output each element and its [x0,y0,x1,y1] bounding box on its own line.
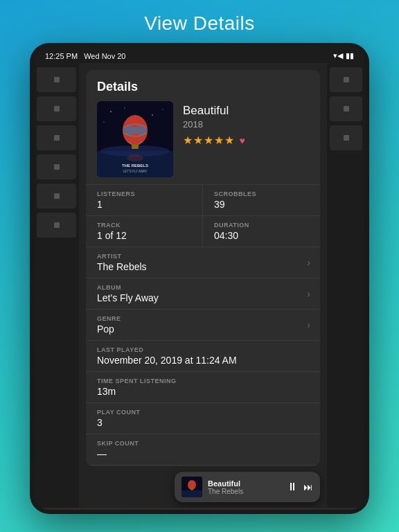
sidebar-item-1[interactable] [37,67,76,92]
stat-track-label: TRACK [97,222,191,229]
svg-rect-9 [132,144,139,149]
svg-point-6 [163,109,163,110]
svg-text:LET'S FLY AWAY: LET'S FLY AWAY [123,170,148,173]
svg-text:THE REBELS: THE REBELS [122,163,148,168]
next-button[interactable]: ⏭ [303,481,313,493]
album-text-area: Beautiful 2018 ★★★★★ ♥ [183,101,309,147]
battery-icon: ▮▮ [346,51,354,60]
details-header: Details [86,70,320,184]
stat-scrobbles-value: 39 [214,199,309,210]
chevron-right-icon: › [307,319,310,330]
page-title: View Details [144,12,255,35]
mini-controls: ⏸ ⏭ [287,481,313,493]
svg-rect-18 [190,488,193,490]
list-item-artist[interactable]: ARTIST The Rebels › [86,247,320,278]
album-art: THE REBELS LET'S FLY AWAY [97,101,173,177]
svg-point-5 [152,114,152,115]
chevron-right-icon: › [307,288,310,299]
stat-listeners-value: 1 [97,199,191,210]
sidebar-item-4[interactable] [37,154,76,179]
mini-track-info: Beautiful The Rebels [208,479,281,495]
stars: ★★★★★ [183,134,235,146]
svg-rect-16 [181,490,202,497]
status-icons: ▾◀ ▮▮ [333,51,354,60]
sidebar-item-6[interactable] [37,213,76,238]
main-panel: Details [79,63,327,508]
chevron-right-icon: › [307,257,310,268]
content-area: Details [34,63,365,508]
details-title: Details [97,80,309,94]
mini-album-art [181,477,202,497]
sidebar-right-item-3[interactable] [330,125,362,150]
stat-scrobbles-label: SCROBBLES [214,190,309,197]
status-bar: 12:25 PM Wed Nov 20 ▾◀ ▮▮ [34,47,365,63]
stat-duration-value: 04:30 [214,230,309,241]
list-item-skip-count: SKIP COUNT — [86,434,320,466]
mini-track-title: Beautiful [208,479,281,488]
sidebar-right-item-2[interactable] [330,96,362,121]
svg-point-7 [103,121,104,122]
status-time: 12:25 PM Wed Nov 20 [45,52,125,60]
stat-scrobbles: SCROBBLES 39 [203,185,320,216]
tablet-frame: 12:25 PM Wed Nov 20 ▾◀ ▮▮ [30,43,369,514]
stat-listeners-label: LISTENERS [97,190,191,197]
sidebar-item-2[interactable] [37,96,76,121]
svg-point-12 [127,154,143,161]
sidebar-left [34,63,79,508]
sidebar-item-5[interactable] [37,184,76,209]
stats-grid: LISTENERS 1 SCROBBLES 39 TRACK 1 of 12 [86,184,320,247]
sidebar-right-item-1[interactable] [330,67,362,92]
pause-button[interactable]: ⏸ [287,481,298,493]
svg-point-17 [188,480,196,490]
album-section: THE REBELS LET'S FLY AWAY Beautiful 2018… [97,101,309,177]
stat-duration-label: DURATION [214,222,309,229]
svg-point-4 [124,107,125,108]
tablet-inner: 12:25 PM Wed Nov 20 ▾◀ ▮▮ [34,47,365,510]
list-item-play-count: PLAY COUNT 3 [86,403,320,434]
track-title: Beautiful [183,104,309,118]
mini-track-artist: The Rebels [208,488,281,495]
wifi-icon: ▾◀ [333,51,343,60]
track-rating: ★★★★★ ♥ [183,134,309,147]
list-item-album[interactable]: ALBUM Let's Fly Away › [86,278,320,310]
list-item-last-played: LAST PLAYED November 20, 2019 at 11:24 A… [86,341,320,372]
mini-player[interactable]: Beautiful The Rebels ⏸ ⏭ [175,472,320,502]
stat-duration: DURATION 04:30 [203,216,320,247]
stat-track-value: 1 of 12 [97,230,191,241]
stat-listeners: LISTENERS 1 [86,185,203,216]
details-card: Details [86,70,320,466]
svg-point-3 [110,111,112,112]
list-item-genre[interactable]: GENRE Pop › [86,310,320,341]
heart-icon: ♥ [239,135,245,146]
list-item-time-listening: TIME SPENT LISTENING 13m [86,372,320,403]
stat-track: TRACK 1 of 12 [86,216,203,247]
sidebar-right [327,63,365,508]
sidebar-item-3[interactable] [37,125,76,150]
track-year: 2018 [183,119,309,130]
